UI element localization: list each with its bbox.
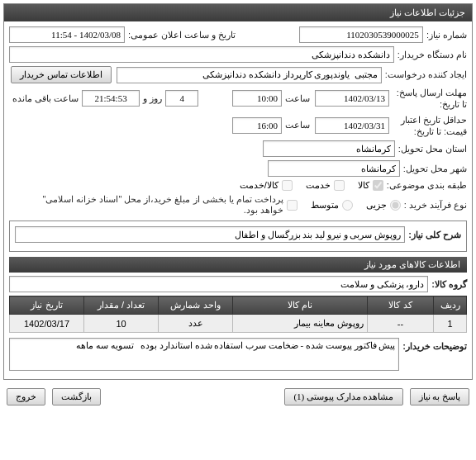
public-datetime-label: تاریخ و ساعت اعلان عمومی:	[128, 30, 236, 40]
process-label: نوع فرآیند خرید :	[404, 200, 467, 211]
cell-date: 1402/03/17	[10, 315, 84, 333]
time-label-2: ساعت	[285, 120, 310, 130]
buyer-notes-field[interactable]	[9, 338, 399, 371]
remaining-label: ساعت باقی مانده	[12, 93, 79, 104]
col-row: ردیف	[434, 296, 467, 315]
deadline-time-field[interactable]	[232, 90, 282, 107]
cell-qty: 10	[84, 315, 159, 333]
need-number-label: شماره نیاز:	[426, 30, 467, 40]
cell-row: 1	[434, 315, 467, 333]
service-checkbox-label: خدمت	[306, 180, 331, 191]
treasury-note: پرداخت تمام یا بخشی از مبلغ خرید،از محل …	[22, 194, 283, 216]
days-field[interactable]	[165, 90, 198, 107]
back-button[interactable]: بازگشت	[52, 388, 101, 405]
treasury-checkbox	[287, 200, 298, 211]
small-radio	[390, 200, 401, 211]
respond-button[interactable]: پاسخ به نیاز	[410, 388, 470, 405]
desc-label: شرح کلی نیاز:	[408, 230, 461, 240]
col-qty: تعداد / مقدار	[84, 296, 159, 315]
goods-table: ردیف کد کالا نام کالا واحد شمارش تعداد /…	[9, 296, 467, 333]
deadline-label: مهلت ارسال پاسخ: تا تاریخ:	[393, 87, 467, 111]
medium-radio	[342, 200, 353, 211]
both-checkbox-label: کالا/خدمت	[240, 180, 278, 191]
buyer-field[interactable]	[9, 46, 394, 63]
category-label: طبقه بندی موضوعی:	[387, 180, 467, 191]
buyer-notes-label: توضیحات خریدار:	[402, 338, 467, 352]
validity-date-field[interactable]	[315, 117, 389, 134]
remaining-time-field[interactable]	[82, 90, 140, 107]
col-date: تاریخ نیاز	[10, 296, 84, 315]
validity-label: حداقل تاریخ اعتبار قیمت: تا تاریخ:	[393, 114, 467, 138]
attachments-button[interactable]: مشاهده مدارک پیوستی (1)	[284, 388, 402, 405]
need-number-field[interactable]	[299, 26, 423, 43]
service-checkbox	[334, 180, 345, 191]
exit-button[interactable]: خروج	[7, 388, 45, 405]
creator-field[interactable]	[117, 67, 382, 83]
cell-name: روپوش معاینه بیمار	[233, 315, 368, 333]
goods-checkbox	[373, 180, 383, 191]
buyer-label: نام دستگاه خریدار:	[397, 50, 467, 60]
city-label: شهر محل تحویل:	[403, 164, 467, 174]
cell-code: --	[368, 315, 434, 333]
group-field[interactable]	[9, 276, 428, 292]
goods-section-title: اطلاعات کالاهای مورد نیاز	[9, 257, 467, 273]
cell-unit: عدد	[159, 315, 233, 333]
col-code: کد کالا	[368, 296, 434, 315]
button-bar: پاسخ به نیاز مشاهده مدارک پیوستی (1) باز…	[0, 383, 476, 410]
validity-time-field[interactable]	[232, 117, 282, 134]
contact-button[interactable]: اطلاعات تماس خریدار	[11, 66, 112, 83]
table-row[interactable]: 1 -- روپوش معاینه بیمار عدد 10 1402/03/1…	[10, 315, 467, 333]
province-label: استان محل تحویل:	[398, 144, 467, 154]
city-field[interactable]	[268, 160, 400, 177]
details-panel: جزئیات اطلاعات نیاز شماره نیاز: تاریخ و …	[3, 3, 473, 380]
deadline-date-field[interactable]	[315, 90, 389, 107]
col-name: نام کالا	[233, 296, 368, 315]
province-field[interactable]	[263, 140, 395, 157]
desc-field[interactable]	[15, 226, 405, 243]
time-label-1: ساعت	[285, 93, 310, 104]
public-datetime-field[interactable]	[9, 26, 125, 43]
goods-checkbox-label: کالا	[358, 180, 369, 191]
both-checkbox	[282, 180, 293, 191]
col-unit: واحد شمارش	[159, 296, 233, 315]
group-label: گروه کالا:	[431, 279, 467, 290]
medium-radio-label: متوسط	[311, 200, 339, 211]
days-label: روز و	[143, 93, 162, 104]
panel-title: جزئیات اطلاعات نیاز	[4, 4, 472, 21]
small-radio-label: جزیی	[366, 200, 387, 211]
creator-label: ایجاد کننده درخواست:	[385, 69, 467, 80]
